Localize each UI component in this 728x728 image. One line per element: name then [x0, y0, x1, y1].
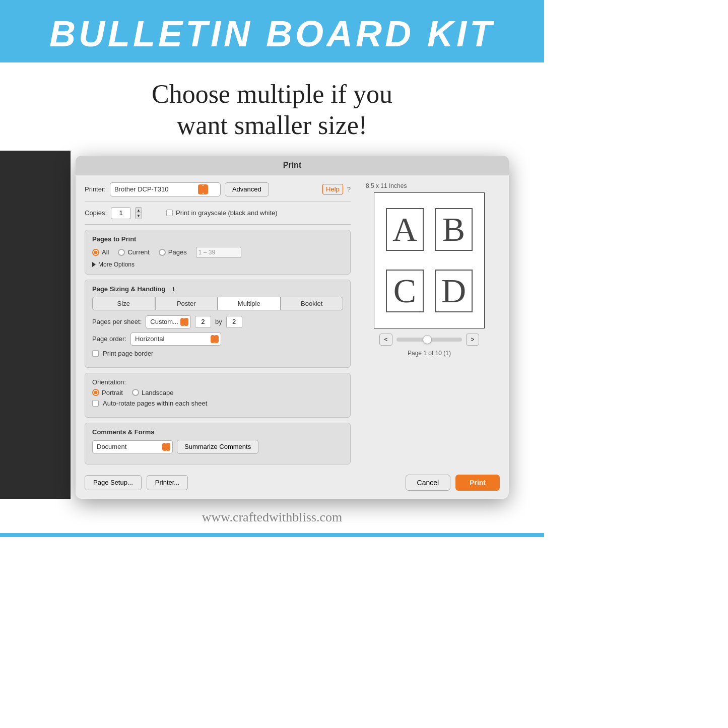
- bottom-left-buttons: Page Setup... Printer...: [85, 475, 188, 490]
- help-question-icon[interactable]: ?: [347, 185, 351, 193]
- radio-all[interactable]: All: [92, 248, 109, 256]
- subtitle-line1: Choose multiple if you: [152, 80, 392, 108]
- header-banner: BULLETIN BOARD KIT: [0, 4, 544, 64]
- summarize-comments-button[interactable]: Summarize Comments: [177, 440, 258, 454]
- radio-all-btn[interactable]: [92, 249, 99, 256]
- copies-stepper[interactable]: ▲ ▼: [135, 207, 142, 219]
- pages-per-sheet-label: Pages per sheet:: [92, 318, 142, 325]
- right-panel: 8.5 x 11 Inches A B C D: [359, 182, 500, 470]
- header-title: BULLETIN BOARD KIT: [0, 13, 544, 54]
- printer-row: Printer: Brother DCP-T310 ⌃⌄ Advanced He…: [85, 182, 351, 202]
- auto-rotate-checkbox[interactable]: [92, 400, 99, 407]
- tab-poster[interactable]: Poster: [155, 297, 218, 310]
- document-select[interactable]: Document ⌃⌄: [92, 440, 173, 453]
- pages-section-title: Pages to Print: [92, 235, 343, 243]
- radio-current-label: Current: [127, 248, 149, 256]
- tab-multiple[interactable]: Multiple: [218, 297, 281, 310]
- pages-y-input[interactable]: [226, 316, 242, 328]
- page-slider-track[interactable]: [396, 338, 462, 342]
- subtitle-text: Choose multiple if you want smaller size…: [0, 79, 544, 142]
- radio-pages-btn[interactable]: [159, 249, 166, 256]
- radio-landscape[interactable]: Landscape: [132, 389, 174, 396]
- page-sizing-info-icon[interactable]: i: [170, 286, 177, 293]
- tab-size[interactable]: Size: [92, 297, 155, 310]
- orientation-section: Orientation: Portrait Landscape: [85, 373, 351, 418]
- preview-paper: A B C D: [374, 192, 485, 328]
- dialog-title: Print: [283, 161, 301, 169]
- page-info: Page 1 of 10 (1): [408, 350, 451, 357]
- radio-landscape-btn[interactable]: [132, 389, 139, 396]
- dialog-body: Printer: Brother DCP-T310 ⌃⌄ Advanced He…: [76, 175, 509, 470]
- orientation-radio-row: Portrait Landscape: [92, 389, 343, 396]
- page-order-row: Page order: Horizontal ⌃⌄: [92, 333, 343, 346]
- advanced-button[interactable]: Advanced: [225, 182, 269, 196]
- page-order-label: Page order:: [92, 335, 126, 343]
- document-arrow[interactable]: ⌃⌄: [162, 443, 170, 451]
- pages-per-sheet-arrow[interactable]: ⌃⌄: [180, 318, 188, 326]
- print-page-border-label: Print page border: [103, 350, 153, 357]
- radio-current-btn[interactable]: [118, 249, 125, 256]
- print-dialog: Print Printer: Brother DCP-T310 ⌃⌄: [76, 156, 509, 499]
- footer: www.craftedwithbliss.com: [0, 499, 544, 533]
- copies-stepper-up[interactable]: ▲: [136, 208, 142, 214]
- pages-range-input[interactable]: [196, 247, 241, 258]
- pages-radio-row: All Current Pages: [92, 247, 343, 258]
- comments-forms-section: Comments & Forms Document ⌃⌄ Summarize C…: [85, 423, 351, 465]
- main-area: Print Printer: Brother DCP-T310 ⌃⌄: [0, 151, 544, 499]
- preview-cell-b: B: [429, 199, 478, 260]
- printer-button[interactable]: Printer...: [147, 475, 188, 490]
- print-page-border-checkbox[interactable]: [92, 350, 99, 357]
- help-link[interactable]: Help: [322, 184, 343, 194]
- printer-select[interactable]: Brother DCP-T310 ⌃⌄: [110, 182, 221, 196]
- prev-page-button[interactable]: <: [379, 334, 392, 346]
- copies-input[interactable]: 1: [111, 207, 131, 219]
- comments-forms-row: Document ⌃⌄ Summarize Comments: [92, 440, 343, 454]
- dialog-titlebar: Print: [76, 156, 509, 175]
- page-setup-button[interactable]: Page Setup...: [85, 475, 142, 490]
- printer-dropdown-arrow[interactable]: ⌃⌄: [198, 184, 208, 194]
- pages-to-print-section: Pages to Print All Current: [85, 230, 351, 275]
- radio-portrait[interactable]: Portrait: [92, 389, 123, 396]
- tabs-row: Size Poster Multiple Booklet: [92, 297, 343, 310]
- letter-c: C: [386, 270, 424, 312]
- printer-value: Brother DCP-T310: [114, 185, 169, 193]
- page-order-arrow[interactable]: ⌃⌄: [211, 335, 219, 343]
- left-panel: Printer: Brother DCP-T310 ⌃⌄ Advanced He…: [85, 182, 351, 470]
- auto-rotate-label: Auto-rotate pages within each sheet: [103, 400, 207, 407]
- more-options-triangle: [92, 262, 96, 267]
- pages-x-input[interactable]: [195, 316, 211, 328]
- pages-per-sheet-select[interactable]: Custom... ⌃⌄: [146, 315, 191, 328]
- grayscale-checkbox[interactable]: [166, 210, 173, 216]
- by-label: by: [215, 318, 222, 325]
- preview-cell-c: C: [380, 260, 429, 322]
- grayscale-label: Print in grayscale (black and white): [176, 209, 278, 217]
- page-slider-thumb[interactable]: [423, 335, 432, 344]
- page-order-select[interactable]: Horizontal ⌃⌄: [130, 333, 221, 346]
- radio-pages-label: Pages: [168, 248, 187, 256]
- radio-pages[interactable]: Pages: [159, 248, 187, 256]
- letter-a: A: [386, 208, 424, 251]
- radio-portrait-btn[interactable]: [92, 389, 99, 396]
- copies-stepper-down[interactable]: ▼: [136, 213, 142, 219]
- radio-current[interactable]: Current: [118, 248, 149, 256]
- document-value: Document: [97, 443, 126, 450]
- more-options[interactable]: More Options: [92, 261, 343, 268]
- landscape-label: Landscape: [142, 389, 174, 396]
- preview-controls: < >: [379, 334, 479, 346]
- grayscale-check[interactable]: Print in grayscale (black and white): [166, 209, 278, 217]
- print-button[interactable]: Print: [455, 475, 500, 491]
- copies-label: Copies:: [85, 209, 107, 217]
- auto-rotate-row[interactable]: Auto-rotate pages within each sheet: [92, 400, 343, 407]
- letter-d: D: [435, 270, 473, 312]
- tab-booklet[interactable]: Booklet: [281, 297, 344, 310]
- next-page-button[interactable]: >: [466, 334, 479, 346]
- preview-size-label: 8.5 x 11 Inches: [366, 182, 407, 189]
- orientation-title: Orientation:: [92, 378, 343, 386]
- app-sidebar: [0, 151, 71, 499]
- page-sizing-title: Page Sizing & Handling i: [92, 285, 343, 293]
- preview-cell-d: D: [429, 260, 478, 322]
- cancel-button[interactable]: Cancel: [406, 475, 451, 491]
- printer-label: Printer:: [85, 185, 106, 193]
- portrait-label: Portrait: [102, 389, 123, 396]
- print-page-border-row[interactable]: Print page border: [92, 350, 343, 357]
